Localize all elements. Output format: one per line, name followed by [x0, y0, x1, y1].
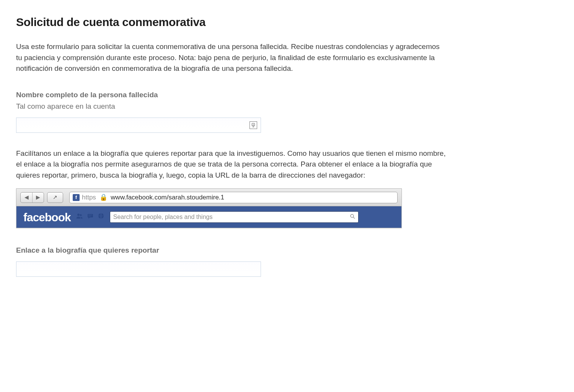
- page-title: Solicitud de cuenta conmemorativa: [16, 13, 558, 31]
- browser-example-image: ◀ ▶ ↗ f https 🔒 www.facebook.com/sarah.s…: [16, 188, 402, 228]
- search-icon: [350, 213, 355, 221]
- address-protocol: https: [82, 194, 96, 201]
- profile-link-input[interactable]: [16, 261, 261, 277]
- browser-forward-icon: ▶: [32, 193, 44, 203]
- facebook-header-icons: [76, 212, 104, 222]
- facebook-logo: facebook: [23, 209, 71, 226]
- facebook-header: facebook Search for people, places and t…: [16, 206, 401, 228]
- fullname-input-wrap: [16, 118, 261, 133]
- lock-icon: 🔒: [99, 194, 108, 201]
- browser-nav-buttons: ◀ ▶: [20, 192, 44, 203]
- browser-address-bar: f https 🔒 www.facebook.com/sarah.stoudem…: [69, 192, 398, 203]
- svg-line-4: [353, 217, 355, 219]
- friend-requests-icon: [76, 212, 83, 222]
- browser-toolbar: ◀ ▶ ↗ f https 🔒 www.facebook.com/sarah.s…: [16, 189, 401, 206]
- fullname-input[interactable]: [16, 118, 261, 133]
- profile-link-input-wrap: [16, 261, 261, 277]
- svg-point-1: [253, 124, 254, 124]
- fullname-hint: Tal como aparece en la cuenta: [16, 101, 558, 112]
- facebook-search-placeholder: Search for people, places and things: [113, 212, 350, 222]
- contact-picker-icon[interactable]: [249, 121, 257, 129]
- svg-rect-0: [252, 123, 255, 126]
- svg-point-3: [351, 214, 354, 217]
- address-domain-path: www.facebook.com/sarah.stoudemire.1: [111, 194, 224, 201]
- messages-icon: [87, 212, 94, 222]
- intro-paragraph: Usa este formulario para solicitar la cu…: [16, 41, 445, 74]
- browser-address-text: https 🔒 www.facebook.com/sarah.stoudemir…: [82, 193, 224, 203]
- profile-link-label: Enlace a la biografía que quieres report…: [16, 245, 558, 256]
- fullname-label: Nombre completo de la persona fallecida: [16, 90, 558, 101]
- globe-icon: [98, 212, 104, 222]
- facebook-favicon-icon: f: [73, 194, 80, 201]
- browser-back-icon: ◀: [21, 193, 32, 203]
- profile-link-explainer: Facilítanos un enlace a la biografía que…: [16, 148, 448, 181]
- browser-share-icon: ↗: [47, 192, 63, 203]
- facebook-search-bar: Search for people, places and things: [110, 211, 359, 223]
